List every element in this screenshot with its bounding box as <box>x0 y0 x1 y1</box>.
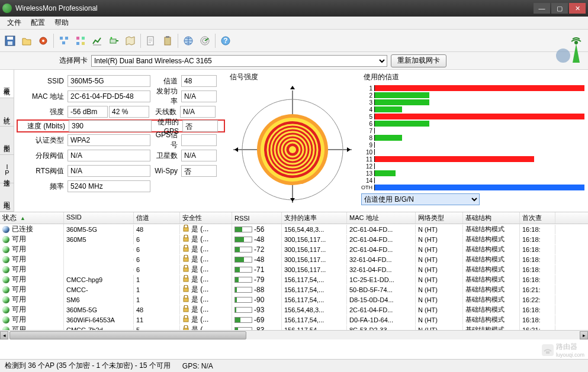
table-row[interactable]: 可用6是 (...-72300,156,117...2C-61-04-FD...… <box>0 244 588 254</box>
open-icon[interactable] <box>20 34 33 47</box>
svg-point-23 <box>574 41 578 44</box>
help-icon[interactable]: ? <box>219 34 232 47</box>
lock-icon <box>182 275 189 284</box>
mac-value: 2C-61-04-FD-D5-48 <box>68 90 150 102</box>
col-nettype[interactable]: 网络类型 <box>416 212 463 224</box>
statusbar: 检测到 36 个AP (35 个加密 - 1 个未加密) - 15 个可用 GP… <box>0 359 588 372</box>
gpssignal-label: GPS信号 <box>152 130 181 150</box>
nodes-icon[interactable] <box>57 34 70 47</box>
export-icon[interactable] <box>144 34 158 47</box>
network-list[interactable]: 状态▲ SSID 信道 安全性 RSSI 支持的速率 MAC 地址 网络类型 基… <box>0 212 588 330</box>
cell-rssi: -72 <box>232 244 282 255</box>
cell-rates: 300,156,117... <box>282 255 347 264</box>
nodes2-icon[interactable] <box>74 34 87 47</box>
connect-icon[interactable] <box>107 34 120 47</box>
cell-firstseen: 16:18: <box>520 245 555 254</box>
reload-adapter-button[interactable]: 重新加载网卡 <box>391 54 446 67</box>
channel-panel: 使用的信道 1234567891011121314OTH 信道使用 B/G/N <box>358 70 588 212</box>
record-icon[interactable] <box>37 34 50 47</box>
channel-label: 信道 <box>152 76 181 86</box>
status-dot-icon <box>2 246 9 253</box>
channel-bar-track <box>374 149 584 155</box>
maximize-button[interactable]: ▢ <box>551 3 568 14</box>
channel-bar-track <box>374 106 584 112</box>
close-button[interactable]: ✕ <box>569 3 586 14</box>
channel-mode-select[interactable]: 信道使用 B/G/N <box>361 193 480 205</box>
menu-help[interactable]: 帮助 <box>50 17 73 29</box>
rssi-bar <box>234 227 252 232</box>
clipboard-icon[interactable] <box>161 34 174 47</box>
horizontal-scrollbar[interactable]: ◂ ▸ <box>0 330 588 339</box>
col-security[interactable]: 安全性 <box>180 212 232 224</box>
table-row[interactable]: 可用6是 (...-48300,156,117...32-61-04-FD...… <box>0 254 588 264</box>
channel-bar <box>375 156 534 162</box>
txpower-value: N/A <box>181 90 217 102</box>
main-area: 概要 统计 图形 IP连接 地图 SSID 360M5-5G 信道 48 MAC… <box>0 70 588 212</box>
vtab-graph[interactable]: 图形 <box>0 127 14 155</box>
strength-label: 强度 <box>18 107 68 117</box>
adapter-select[interactable]: Intel(R) Dual Band Wireless-AC 3165 <box>91 55 387 67</box>
cell-rates: 156,117,54,... <box>282 275 347 284</box>
channel-number: 8 <box>361 135 374 141</box>
cell-firstseen: 16:18: <box>520 315 555 325</box>
cell-channel: 1 <box>134 285 180 295</box>
cell-rssi: -69 <box>232 315 282 325</box>
vtab-ip[interactable]: IP连接 <box>0 155 14 183</box>
channel-bar-row: 10 <box>361 148 584 156</box>
cell-ssid: 360WiFi-64553A <box>64 315 134 325</box>
rts-label: RTS阀值 <box>18 166 68 176</box>
channel-bar-row: 11 <box>361 156 584 163</box>
cell-channel: 5 <box>134 325 180 331</box>
lock-icon <box>182 245 189 254</box>
status-dot-icon <box>2 286 9 293</box>
menu-file[interactable]: 文件 <box>2 17 26 29</box>
channel-bar-track <box>374 85 584 91</box>
col-channel[interactable]: 信道 <box>134 212 180 224</box>
col-state[interactable]: 状态▲ <box>0 212 64 224</box>
table-row[interactable]: 可用CMCC-Zb2d5是 (...-83156,117,54,...8C-53… <box>0 325 588 330</box>
chart-icon[interactable] <box>91 34 104 47</box>
svg-rect-1 <box>7 37 13 40</box>
menu-config[interactable]: 配置 <box>26 17 50 29</box>
rssi-bar <box>234 297 252 303</box>
col-infra[interactable]: 基础结构 <box>463 212 520 224</box>
cell-mac: 32-61-04-FD... <box>347 265 416 274</box>
radar-icon[interactable] <box>198 34 211 47</box>
table-row[interactable]: 可用SM61是 (...-90156,117,54,...D8-15-0D-D4… <box>0 295 588 305</box>
cell-channel: 1 <box>134 295 180 305</box>
cell-ssid <box>64 269 134 271</box>
table-row[interactable]: 可用CMCC-hpg91是 (...-79156,117,54,...1C-25… <box>0 274 588 284</box>
table-row[interactable]: 可用6是 (...-71300,156,117...32-61-04-FD...… <box>0 264 588 274</box>
vtab-stats[interactable]: 统计 <box>0 98 14 127</box>
globe-icon[interactable] <box>182 34 195 47</box>
cell-channel: 48 <box>134 305 180 315</box>
scroll-right-arrow-icon[interactable]: ▸ <box>580 331 588 339</box>
channel-number: 9 <box>361 142 374 148</box>
rssi-bar <box>234 247 252 253</box>
col-rssi[interactable]: RSSI <box>232 212 282 224</box>
table-row[interactable]: 已连接360M5-5G48是 (...-56156,54,48,3...2C-6… <box>0 224 588 234</box>
channel-bar-row: 13 <box>361 170 584 177</box>
channel-number: 2 <box>361 92 374 99</box>
scroll-left-arrow-icon[interactable]: ◂ <box>0 331 8 339</box>
svg-rect-45 <box>184 308 188 312</box>
channel-bar-row: 1 <box>361 85 584 92</box>
svg-rect-15 <box>165 37 171 45</box>
vtab-map[interactable]: 地图 <box>0 183 14 212</box>
table-row[interactable]: 可用CMCC-1是 (...-88156,117,54,...50-BD-5F-… <box>0 284 588 295</box>
scrollbar-thumb[interactable] <box>9 331 246 339</box>
minimize-button[interactable]: — <box>534 3 550 14</box>
save-icon[interactable] <box>4 34 17 47</box>
col-mac[interactable]: MAC 地址 <box>347 212 416 224</box>
channel-bar-track <box>374 177 584 183</box>
cell-rssi: -79 <box>232 274 282 285</box>
table-row[interactable]: 可用360WiFi-64553A11是 (...-69156,117,54,..… <box>0 315 588 325</box>
col-firstseen[interactable]: 首次查 <box>520 212 555 224</box>
col-rates[interactable]: 支持的速率 <box>282 212 347 224</box>
vtab-summary[interactable]: 概要 <box>0 70 14 98</box>
table-row[interactable]: 可用360M5-5G48是 (...-93156,54,48,3...2C-61… <box>0 305 588 315</box>
table-row[interactable]: 可用360M56是 (...-48300,156,117...2C-61-04-… <box>0 234 588 244</box>
col-ssid[interactable]: SSID <box>64 212 134 224</box>
cell-rates: 300,156,117... <box>282 235 347 244</box>
map-icon[interactable] <box>124 34 137 47</box>
